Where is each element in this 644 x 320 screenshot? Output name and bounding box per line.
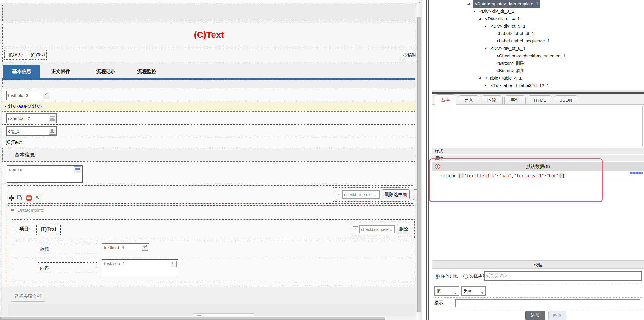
tree-node-div-dt-6[interactable]: ◢<Div> div_dt_6_1 [432, 45, 644, 52]
tab-basic-info[interactable]: 基本信息 [3, 65, 40, 78]
tab-process-record[interactable]: 流程记录 [96, 65, 115, 78]
form-design-canvas: (C)Text 拟稿人: (C)Text 拟稿时 基本信息 正文附件 流程记录 … [0, 0, 417, 320]
chevron-down-icon: ∨ [454, 289, 457, 297]
list-icon [10, 208, 15, 213]
textfield-3-placeholder: textfield_3 [8, 93, 43, 98]
item-value[interactable]: (T)Text [36, 224, 61, 235]
hint-label: 提示 [434, 300, 443, 306]
datatemplate-widget[interactable]: Datatemplate 项目: (T)Text ✓ checkbox_sele… [7, 205, 415, 286]
move-icon[interactable] [8, 195, 15, 201]
draft-author-value[interactable]: (C)Text [29, 50, 47, 60]
draft-row-block[interactable]: 拟稿人: (C)Text 拟稿时 [2, 48, 415, 62]
org-1-input[interactable]: org_1 [6, 126, 57, 136]
tree-node-div-dt-3[interactable]: ◢<Div> div_dt_3_1 [432, 7, 644, 15]
divider [2, 124, 415, 125]
delete-row-button[interactable]: 删除 [397, 224, 410, 234]
tree-node-div-dt-5[interactable]: ◢<Div> div_dt_5_1 [432, 22, 644, 30]
static-ctext[interactable]: (C)Text [5, 138, 22, 147]
textarea-1-input[interactable]: textarea_1 [102, 259, 178, 277]
basic-tab-empty-area [434, 106, 643, 147]
operator-select-value: 为空 [463, 289, 472, 294]
row-label-title[interactable]: 标题 [38, 244, 97, 254]
opinion-placeholder: opinion [9, 167, 23, 172]
row-select-checkbox[interactable]: ✓ [353, 226, 358, 232]
tree-node-label-dt-1[interactable]: <Label> label_dt_1 [432, 30, 644, 37]
textfield-3-input[interactable]: textfield_3 [6, 91, 51, 100]
html-source-strip[interactable]: <div>aaa</div> [2, 102, 415, 112]
scroll-up-arrow[interactable]: ▲ [418, 1, 421, 4]
tree-node-td-12-1[interactable]: ◢<Td> table_4_table$Td_12_1 [432, 82, 644, 89]
hscroll-thumb[interactable] [0, 317, 385, 320]
add-button[interactable]: 添加 [525, 311, 545, 320]
radio-anytime-label[interactable]: 任何时候 [441, 274, 459, 279]
tab-import[interactable]: 导入 [458, 95, 479, 104]
radio-decision[interactable] [463, 274, 468, 279]
tree-node-datatemplate[interactable]: ◢<Datatemplate> datatemplate_1 [432, 0, 644, 7]
red-annotation-rectangle [429, 158, 603, 202]
divider [432, 259, 644, 259]
draft-time-label[interactable]: 拟稿时 [402, 51, 417, 59]
dashed-divider [434, 284, 642, 284]
calendar-2-placeholder: calendar_2 [8, 116, 49, 121]
draft-time-cell[interactable]: 拟稿时 [400, 49, 417, 61]
html-source-text: <div>aaa</div> [2, 102, 415, 111]
condition-select[interactable]: 值 ∨ [434, 286, 459, 296]
select-arrow-icon[interactable]: ↖ [34, 195, 41, 201]
divider [2, 184, 415, 184]
tab-basic[interactable]: 基本 [435, 94, 456, 105]
modify-button[interactable]: 修改 [548, 311, 566, 320]
clipped-selection-fragment [630, 172, 643, 174]
tab-underline [2, 78, 415, 80]
horizontal-scrollbar[interactable] [0, 316, 417, 320]
textarea-icon [171, 261, 177, 267]
form-title-block[interactable]: (C)Text [2, 23, 415, 47]
hint-input[interactable] [455, 299, 640, 307]
tab-html[interactable]: HTML [528, 95, 552, 104]
remove-icon[interactable] [26, 195, 32, 201]
tree-node-table-4-1[interactable]: ◢<Table> table_4_1 [432, 74, 644, 82]
operator-select[interactable]: 为空 ∨ [461, 286, 486, 296]
item-label[interactable]: 项目: [15, 223, 35, 235]
tree-node-button-add[interactable]: <Button> 添加 [432, 67, 644, 74]
draft-author-label[interactable]: 拟稿人: [4, 50, 27, 60]
tab-body-attachment[interactable]: 正文附件 [51, 65, 70, 78]
calendar-2-input[interactable]: calendar_2 [6, 113, 57, 123]
decision-name-input[interactable]: <决策名> [484, 271, 642, 281]
form-designer-window: (C)Text 拟稿人: (C)Text 拟稿时 基本信息 正文附件 流程记录 … [0, 0, 644, 320]
checkbox-selected-placeholder[interactable]: checkbox_sele... [342, 190, 380, 199]
tree-node-label-sequence-1[interactable]: <Label> label_sequence_1 [432, 37, 644, 45]
tab-json[interactable]: JSON [554, 95, 578, 104]
canvas-top-strip [0, 0, 417, 3]
condition-select-value: 值 [437, 289, 441, 294]
divider [2, 148, 415, 148]
empty-header-block[interactable] [2, 4, 415, 21]
tab-section[interactable]: 区段 [481, 95, 503, 104]
opinion-textarea[interactable]: opinion [7, 165, 83, 183]
datatemplate-item-header: 项目: (T)Text ✓ checkbox_sele... 删除 [12, 219, 415, 238]
textfield-icon [142, 245, 148, 251]
vscroll-thumb[interactable] [417, 17, 421, 312]
tab-process-monitor[interactable]: 流程监控 [137, 65, 156, 78]
row-checkbox-placeholder[interactable]: checkbox_sele... [359, 225, 395, 233]
radio-anytime[interactable] [435, 274, 440, 279]
clipped-button[interactable] [413, 189, 417, 200]
component-tree: ◢<Datatemplate> datatemplate_1 ◢<Div> di… [432, 0, 644, 90]
panel-splitter-horizontal[interactable] [432, 92, 644, 94]
section-header-basic-info[interactable]: 基本信息 [2, 148, 415, 162]
select-related-doc-button[interactable]: 选择关联文档 [11, 292, 45, 302]
canvas-vertical-scrollbar[interactable]: ▲ [417, 0, 422, 320]
textfield-4-input[interactable]: textfield_4 [102, 243, 149, 251]
tab-events[interactable]: 事件 [504, 95, 526, 104]
textarea-1-placeholder: textarea_1 [104, 261, 125, 266]
select-all-checkbox[interactable]: ✓ [336, 192, 341, 197]
row-label-content[interactable]: 内容 [38, 262, 97, 273]
tree-node-button-delete[interactable]: <Button> 删除 [432, 59, 644, 67]
tree-node-div-dt-4[interactable]: ◢<Div> div_dt_4_1 [432, 15, 644, 22]
calendar-icon [49, 115, 56, 122]
section-style[interactable]: 样式 [432, 148, 644, 154]
row-select-group: ✓ checkbox_sele... 删除 [351, 222, 412, 236]
tree-node-checkbox-selected-1[interactable]: <Checkbox> checkbox_selected_1 [432, 52, 644, 59]
dashed-divider [434, 310, 642, 310]
copy-icon[interactable] [17, 195, 23, 201]
delete-selected-button[interactable]: 删除选中项 [382, 189, 410, 199]
